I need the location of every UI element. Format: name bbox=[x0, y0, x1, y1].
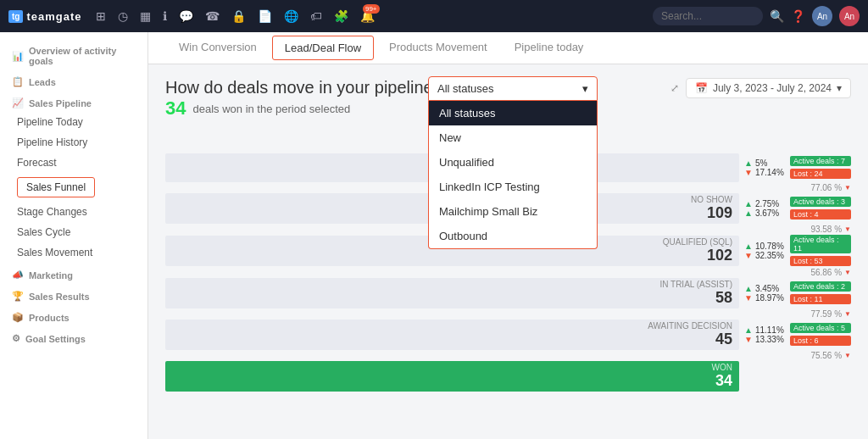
sidebar-item-sales-movement[interactable]: Sales Movement bbox=[0, 242, 147, 263]
funnel-stats-2: ▲2.75% ▲3.67% bbox=[739, 199, 790, 218]
funnel-bar-5: AWAITING DECISION 45 bbox=[165, 320, 739, 350]
help-icon[interactable]: ❓ bbox=[791, 9, 805, 23]
sidebar: 📊 Overview of activity goals 📋 Leads 📈 S… bbox=[0, 32, 148, 439]
info-icon[interactable]: ℹ bbox=[163, 9, 167, 23]
avatar-user2[interactable]: An bbox=[839, 6, 860, 26]
sidebar-section-pipeline: 📈 Sales Pipeline bbox=[0, 91, 147, 112]
sidebar-item-stage-changes[interactable]: Stage Changes bbox=[0, 202, 147, 222]
conv-tri-4: ▼ bbox=[844, 310, 851, 318]
tab-pipeline-today[interactable]: Pipeline today bbox=[501, 32, 598, 64]
active-deals-badge-2: Active deals : 3 bbox=[790, 197, 851, 207]
conv-tri-2: ▼ bbox=[844, 225, 851, 233]
expand-icon[interactable]: ⤢ bbox=[670, 82, 679, 94]
lost-deals-badge-2: Lost : 4 bbox=[790, 209, 851, 220]
funnel-bar-label-5: AWAITING DECISION 45 bbox=[648, 320, 732, 350]
stage-name-5: AWAITING DECISION bbox=[648, 321, 732, 331]
chat-icon[interactable]: 💬 bbox=[179, 9, 193, 23]
tab-win-conversion[interactable]: Win Conversion bbox=[165, 32, 270, 64]
pipeline-icon: 📈 bbox=[12, 97, 24, 108]
stat-row-4b: ▼18.97% bbox=[744, 293, 790, 303]
dropdown-option-unqualified[interactable]: Unqualified bbox=[429, 150, 597, 175]
tab-lead-deal-flow[interactable]: Lead/Deal Flow bbox=[272, 36, 374, 60]
clock-icon[interactable]: ◷ bbox=[118, 9, 128, 23]
search-input[interactable] bbox=[653, 7, 763, 25]
nav-right: 🔍 ❓ An An bbox=[653, 6, 860, 26]
sidebar-section-leads[interactable]: 📋 Leads bbox=[0, 69, 147, 91]
tag-icon[interactable]: 🏷 bbox=[310, 9, 322, 23]
subtitle-text: deals won in the period selected bbox=[192, 103, 350, 115]
conv-pct-4: 77.59 %▼ bbox=[165, 309, 851, 319]
deals-count: 34 bbox=[165, 97, 186, 119]
lock-icon[interactable]: 🔒 bbox=[231, 9, 246, 23]
avatar-user1[interactable]: An bbox=[812, 6, 832, 26]
funnel-stats-3: ▲10.78% ▼32.35% bbox=[739, 242, 790, 260]
sidebar-section-marketing[interactable]: 📣 Marketing bbox=[0, 263, 147, 284]
dropdown-option-mailchimp[interactable]: Mailchimp Small Biz bbox=[429, 199, 597, 224]
stage-name-2: NO SHOW bbox=[691, 195, 732, 204]
sidebar-item-sales-funnel[interactable]: Sales Funnel bbox=[0, 173, 147, 202]
sidebar-section-products[interactable]: 📦 Products bbox=[0, 305, 147, 326]
tab-products-movement[interactable]: Products Movement bbox=[376, 32, 501, 64]
status-dropdown-trigger[interactable]: All statuses ▾ bbox=[428, 76, 598, 101]
main-layout: 📊 Overview of activity goals 📋 Leads 📈 S… bbox=[0, 32, 868, 439]
conv-pct-5: 75.56 %▼ bbox=[165, 351, 851, 360]
grid-icon[interactable]: ⊞ bbox=[96, 9, 106, 23]
funnel-bar-label-4: IN TRIAL (ASSIST) 58 bbox=[659, 278, 732, 308]
sidebar-section-sales-results[interactable]: 🏆 Sales Results bbox=[0, 284, 147, 305]
sidebar-section-overview[interactable]: 📊 Overview of activity goals bbox=[0, 39, 147, 69]
stat-row-2b: ▲3.67% bbox=[744, 208, 790, 218]
dropdown-option-all-statuses[interactable]: All statuses bbox=[429, 101, 597, 125]
sidebar-section-goal-settings[interactable]: ⚙ Goal Settings bbox=[0, 326, 147, 347]
lost-deals-badge-4: Lost : 11 bbox=[790, 294, 851, 304]
stat-row-3b: ▼32.35% bbox=[744, 251, 790, 260]
calendar-icon: 📅 bbox=[695, 82, 708, 94]
stat-row-3a: ▲10.78% bbox=[744, 242, 790, 251]
funnel-stats-4: ▲3.45% ▼18.97% bbox=[739, 284, 790, 303]
marketing-icon: 📣 bbox=[12, 270, 24, 281]
badges-col-4: Active deals : 2 Lost : 11 bbox=[790, 281, 851, 305]
funnel-row-6: WON 34 bbox=[165, 361, 851, 392]
dropdown-option-outbound[interactable]: Outbound bbox=[429, 224, 597, 248]
funnel-bar-label-3: QUALIFIED (SQL) 102 bbox=[663, 236, 732, 266]
settings-icon: ⚙ bbox=[12, 333, 20, 344]
doc-icon[interactable]: 📄 bbox=[258, 9, 272, 23]
dropdown-option-new[interactable]: New bbox=[429, 125, 597, 150]
page-content: How do deals move in your pipeline? 34 d… bbox=[148, 64, 868, 439]
badges-col-5: Active deals : 5 Lost : 6 bbox=[790, 323, 851, 347]
dropdown-chevron-icon: ▾ bbox=[582, 82, 588, 95]
search-icon[interactable]: 🔍 bbox=[770, 9, 784, 23]
funnel-bar-won: WON 34 bbox=[165, 361, 739, 392]
notification-icon[interactable]: 🔔 99+ bbox=[360, 9, 375, 23]
sidebar-item-pipeline-history[interactable]: Pipeline History bbox=[0, 132, 147, 153]
dropdown-option-linkedin[interactable]: LinkedIn ICP Testing bbox=[429, 175, 597, 199]
sidebar-item-pipeline-today[interactable]: Pipeline Today bbox=[0, 112, 147, 132]
leads-icon: 📋 bbox=[12, 76, 24, 87]
puzzle-icon[interactable]: 🧩 bbox=[334, 9, 348, 23]
sidebar-item-label-sales-funnel: Sales Funnel bbox=[17, 177, 95, 197]
date-range-picker[interactable]: 📅 July 3, 2023 - July 2, 2024 ▾ bbox=[686, 78, 851, 98]
bar-chart-icon[interactable]: ▦ bbox=[140, 9, 151, 23]
badges-col-3: Active deals : 11 Lost : 53 bbox=[790, 235, 851, 267]
chevron-down-icon: ▾ bbox=[837, 82, 842, 94]
status-dropdown-menu: All statuses New Unqualified LinkedIn IC… bbox=[428, 101, 598, 249]
logo-box: tg bbox=[8, 10, 23, 23]
globe-icon[interactable]: 🌐 bbox=[284, 9, 298, 23]
funnel-bar-label-2: NO SHOW 109 bbox=[691, 193, 732, 224]
phone-icon[interactable]: ☎ bbox=[205, 9, 220, 23]
sidebar-item-sales-cycle[interactable]: Sales Cycle bbox=[0, 222, 147, 242]
date-picker-bar: ⤢ 📅 July 3, 2023 - July 2, 2024 ▾ bbox=[670, 78, 851, 98]
lost-deals-badge-1: Lost : 24 bbox=[790, 169, 851, 179]
badges-col-1: Active deals : 7 Lost : 24 bbox=[790, 156, 851, 180]
lost-deals-badge-3: Lost : 53 bbox=[790, 256, 851, 266]
arrow-up-icon: ▲ bbox=[744, 158, 753, 168]
sidebar-item-forecast[interactable]: Forecast bbox=[0, 153, 147, 173]
badges-col-2: Active deals : 3 Lost : 4 bbox=[790, 197, 851, 220]
stage-count-won: 34 bbox=[715, 372, 732, 390]
stage-name-4: IN TRIAL (ASSIST) bbox=[659, 280, 732, 289]
funnel-stats-5: ▲11.11% ▼13.33% bbox=[739, 325, 790, 344]
funnel-bar-4: IN TRIAL (ASSIST) 58 bbox=[165, 278, 739, 308]
conv-pct-3: 56.86 %▼ bbox=[165, 268, 851, 277]
funnel-row-5: AWAITING DECISION 45 ▲11.11% ▼13.33% Act… bbox=[165, 320, 851, 350]
active-deals-badge-1: Active deals : 7 bbox=[790, 156, 851, 166]
active-deals-badge-5: Active deals : 5 bbox=[790, 323, 851, 333]
